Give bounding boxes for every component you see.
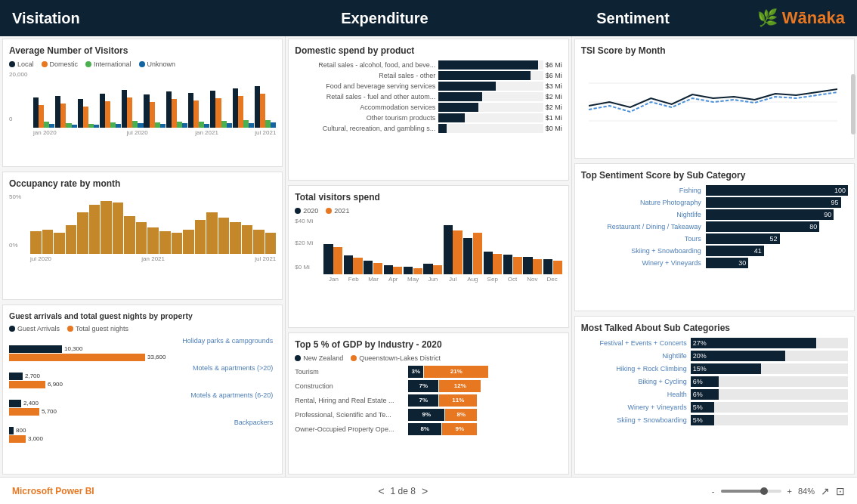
tsi-chart [581, 60, 848, 128]
zoom-minus-button[interactable]: - [712, 487, 715, 496]
guest-row-motels620: Motels & apartments (6-20) 2,400 5,700 [9, 391, 276, 416]
hbar-row-4: Retail sales - fuel and other autom... $… [295, 92, 562, 101]
main-content: Average Number of Visitors Local Domesti… [0, 36, 857, 477]
guest-property-backpackers: Backpackers [9, 419, 276, 426]
sent-row-winery: Winery + Vineyards 30 [581, 258, 848, 268]
tsi-svg [589, 60, 837, 128]
logo-text: Wānaka [782, 8, 845, 28]
guest-property-motels20: Motels & apartments (>20) [9, 364, 276, 372]
gdp-panel: Top 5 % of GDP by Industry - 2020 New Ze… [288, 332, 568, 475]
legend-ql: Queenstown-Lakes District [351, 354, 441, 362]
guest-property-motels620: Motels & apartments (6-20) [9, 391, 276, 399]
sent-row-tours: Tours 52 [581, 233, 848, 244]
top-sentiment-panel: Top Sentiment Score by Sub Category Fish… [574, 163, 855, 312]
sent-row-restaurant: Restaurant / Dining / Takeaway 80 [581, 221, 848, 232]
domestic-spend-title: Domestic spend by product [295, 45, 562, 56]
legend-domestic: Domestic [42, 60, 79, 68]
page-info: 1 de 8 [391, 486, 416, 496]
share-icon[interactable]: ↗ [821, 485, 830, 497]
gdp-row-rental: Rental, Hiring and Real Estate ... 7% 11… [295, 394, 562, 407]
talked-row-winery: Winery + Vineyards 5% [581, 402, 848, 413]
legend-unknown: Unknown [139, 60, 176, 68]
footer: Microsoft Power BI < 1 de 8 > - + 84% ↗ … [0, 477, 857, 504]
header-sentiment: Sentiment [509, 10, 757, 27]
occupancy-panel: Occupancy rate by month 50% 0% [2, 172, 283, 300]
talked-row-nightlife: Nightlife 20% [581, 351, 848, 361]
occupancy-title: Occupancy rate by month [9, 178, 276, 189]
hbar-row-5: Accommodation services $2 Mi [295, 103, 562, 112]
occupancy-chart: 50% 0% [9, 193, 276, 262]
gdp-legend: New Zealand Queenstown-Lakes District [295, 354, 562, 362]
guest-arrivals-panel: Guest arrivals and total guest nights by… [2, 305, 283, 475]
zoom-slider[interactable] [721, 490, 781, 493]
header: Visitation Expenditure Sentiment 🌿 Wānak… [0, 0, 857, 36]
legend-nz: New Zealand [295, 354, 343, 362]
prev-page-button[interactable]: < [378, 485, 384, 497]
guest-row-holiday: Holiday parks & campgrounds 10,300 33,60… [9, 337, 276, 361]
zoom-plus-button[interactable]: + [787, 487, 792, 496]
sentiment-rows: Fishing 100 Nature Photography 95 Nightl… [581, 185, 848, 268]
hbar-row-2: Retail sales - other $6 Mi [295, 71, 562, 80]
header-visitation: Visitation [12, 10, 261, 27]
sentiment-title: Sentiment [596, 10, 670, 26]
gdp-row-owner: Owner-Occupied Property Ope... 8% 9% [295, 423, 562, 435]
gdp-title: Top 5 % of GDP by Industry - 2020 [295, 339, 562, 350]
next-page-button[interactable]: > [422, 485, 428, 497]
footer-right: - + 84% ↗ ⊡ [712, 485, 845, 497]
sent-row-fishing: Fishing 100 [581, 185, 848, 196]
tsi-title: TSI Score by Month [581, 45, 848, 56]
total-visitors-spend-panel: Total visitors spend 2020 2021 $40 Mi $2… [288, 185, 568, 327]
talked-rows: Festival + Events + Concerts 27% Nightli… [581, 338, 848, 425]
avg-visitors-panel: Average Number of Visitors Local Domesti… [2, 39, 283, 167]
tvs-title: Total visitors spend [295, 192, 562, 203]
domestic-spend-chart: Retail sales - alcohol, food, and beve..… [295, 60, 562, 133]
tvs-legend: 2020 2021 [295, 207, 562, 215]
sent-row-nature: Nature Photography 95 [581, 197, 848, 208]
scrollbar[interactable] [851, 74, 855, 135]
legend-arrivals: Guest Arrivals [9, 325, 60, 332]
expenditure-column: Domestic spend by product Retail sales -… [286, 36, 571, 477]
visitation-column: Average Number of Visitors Local Domesti… [0, 36, 286, 477]
talked-row-festival: Festival + Events + Concerts 27% [581, 338, 848, 348]
sent-row-skiing: Skiing + Snowboarding 41 [581, 246, 848, 256]
powerbi-brand[interactable]: Microsoft Power BI [12, 486, 94, 496]
guest-legend: Guest Arrivals Total guest nights [9, 325, 276, 332]
most-talked-title: Most Talked About Sub Categories [581, 323, 848, 333]
gdp-row-tourism: Tourism 3% 21% [295, 366, 562, 378]
footer-nav: < 1 de 8 > [378, 485, 428, 497]
expenditure-title: Expenditure [341, 10, 428, 26]
domestic-spend-panel: Domestic spend by product Retail sales -… [288, 39, 568, 181]
legend-local: Local [9, 60, 34, 68]
talked-row-biking: Biking + Cycling 6% [581, 376, 848, 387]
logo-icon: 🌿 [757, 8, 778, 28]
talked-row-health: Health 6% [581, 389, 848, 400]
guest-arrivals-title: Guest arrivals and total guest nights by… [9, 311, 276, 320]
hbar-row-3: Food and beverage serving services $3 Mi [295, 82, 562, 91]
hbar-row-6: Other tourism products $1 Mi [295, 113, 562, 122]
header-logo: 🌿 Wānaka [757, 8, 845, 28]
tsi-panel: TSI Score by Month [574, 39, 855, 159]
hbar-row-1: Retail sales - alcohol, food, and beve..… [295, 60, 562, 70]
guest-row-backpackers: Backpackers 800 3,000 [9, 419, 276, 443]
expand-icon[interactable]: ⊡ [836, 485, 845, 497]
guest-row-motels20: Motels & apartments (>20) 2,700 6,900 [9, 364, 276, 388]
gdp-row-professional: Professional, Scientific and Te... 9% 8% [295, 409, 562, 421]
hbar-row-7: Cultural, recreation, and gambling s... … [295, 124, 562, 133]
most-talked-panel: Most Talked About Sub Categories Festiva… [574, 316, 855, 475]
guest-property-holiday: Holiday parks & campgrounds [9, 337, 276, 345]
talked-row-skiing: Skiing + Snowboarding 5% [581, 415, 848, 425]
talked-row-hiking: Hiking + Rock Climbing 15% [581, 363, 848, 374]
visitation-title: Visitation [12, 10, 80, 26]
legend-nights: Total guest nights [67, 325, 128, 332]
header-expenditure: Expenditure [261, 10, 509, 27]
avg-visitors-title: Average Number of Visitors [9, 45, 276, 56]
top-sentiment-title: Top Sentiment Score by Sub Category [581, 170, 848, 181]
legend-2020: 2020 [295, 207, 318, 215]
legend-international: International [85, 60, 131, 68]
avg-visitors-legend: Local Domestic International Unknown [9, 60, 276, 68]
sentiment-column: TSI Score by Month Top Sentiment Score b… [572, 36, 857, 477]
legend-2021: 2021 [326, 207, 349, 215]
tvs-chart: $40 Mi $20 Mi $0 Mi [295, 218, 562, 283]
zoom-value: 84% [798, 487, 815, 496]
avg-visitors-chart: 20,000 0 [9, 71, 276, 136]
